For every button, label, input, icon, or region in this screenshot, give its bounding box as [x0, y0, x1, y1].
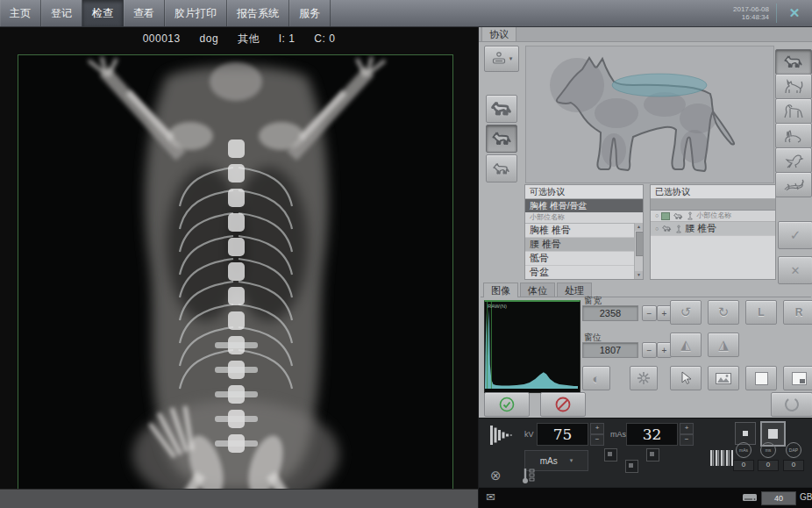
mas-minus-button[interactable]: − [680, 434, 694, 446]
anatomy-diagram[interactable] [525, 46, 774, 183]
scroll-up-icon[interactable]: ▲ [635, 223, 643, 231]
kv-plus-button[interactable]: + [590, 423, 604, 434]
menu-item-service[interactable]: 服务 [289, 0, 331, 26]
selected-protocol-row[interactable]: ○ 腰 椎骨 [651, 222, 775, 236]
menu-item-home[interactable]: 主页 [0, 0, 41, 26]
histogram-panel[interactable]: RAW(N) [484, 300, 581, 393]
mas-meter: mAs [736, 442, 751, 458]
refresh-circle-icon [784, 397, 800, 412]
region-head[interactable] [550, 58, 604, 112]
confirm-protocol-button[interactable]: ✓ [778, 221, 812, 249]
close-icon[interactable]: ✕ [777, 5, 812, 21]
dog-size-large-button[interactable] [486, 95, 517, 123]
image-preview-button[interactable] [708, 366, 739, 390]
flip-horizontal-icon: ◭ [680, 337, 691, 353]
save-region-icon [792, 372, 807, 385]
reset-button[interactable] [771, 392, 812, 417]
small-focus-icon [743, 431, 748, 436]
menu-item-register[interactable]: 登记 [41, 0, 82, 26]
available-protocols-category[interactable]: 胸椎 椎骨/骨盆 [525, 199, 643, 212]
region-spine-selected[interactable] [612, 74, 707, 97]
scroll-thumb[interactable] [636, 232, 644, 256]
invert-button[interactable]: ◐ [582, 366, 610, 390]
bird-icon [783, 152, 804, 169]
patient-table-button[interactable]: ▾ [484, 46, 519, 72]
datetime-display: 2017-06-08 16:48:34 [733, 5, 776, 21]
species-button-horse[interactable] [775, 98, 812, 124]
protocol-row-thoracic[interactable]: 胸椎 椎骨 [525, 224, 643, 238]
dog-size-small-button[interactable] [486, 154, 517, 182]
aec-field-center-button[interactable] [625, 460, 638, 473]
rotate-cw-icon: ↻ [718, 304, 730, 320]
menu-item-exam[interactable]: 检查 [82, 0, 124, 26]
c-count: C: 0 [314, 32, 335, 45]
mail-icon[interactable]: ✉ [486, 490, 495, 504]
caret-down-icon: ▾ [509, 55, 513, 62]
marker-left-button[interactable]: L [745, 300, 777, 325]
white-square-icon [755, 372, 768, 385]
species-button-rabbit[interactable] [775, 123, 812, 148]
effects-button[interactable] [630, 366, 658, 390]
selected-column-header: ○ 小部位名称 [651, 211, 775, 222]
storage-unit-label: GB [800, 492, 812, 502]
kv-minus-button[interactable]: − [590, 434, 604, 446]
species-button-dog[interactable] [775, 49, 812, 75]
tab-position[interactable]: 体位 [520, 283, 555, 297]
scroll-down-icon[interactable]: ▼ [635, 271, 643, 279]
save-region-button[interactable] [783, 366, 812, 390]
large-dog-icon [489, 101, 514, 117]
accept-image-button[interactable] [484, 392, 530, 417]
flip-vertical-icon: ◮ [718, 337, 729, 353]
available-protocols-list: 可选协议 胸椎 椎骨/骨盆 小部位名称 胸椎 椎骨 腰 椎骨 骶骨 骨盆 尾椎 … [524, 184, 644, 280]
xray-image [18, 55, 452, 489]
protocol-row-sacrum[interactable]: 骶骨 [525, 252, 643, 266]
small-focus-button[interactable] [735, 422, 756, 445]
reject-image-button[interactable] [540, 392, 586, 417]
barcode-icon[interactable] [710, 450, 733, 466]
region-hind-limb[interactable] [680, 130, 709, 163]
patient-id: 000013 [143, 32, 181, 45]
tab-image[interactable]: 图像 [483, 283, 518, 297]
region-front-limb[interactable] [602, 133, 626, 167]
species-button-bird[interactable] [775, 147, 812, 173]
region-hip[interactable] [680, 104, 716, 133]
species-button-reptile[interactable] [775, 172, 812, 197]
menu-item-film-print[interactable]: 胶片打印 [165, 0, 227, 26]
window-width-minus-button[interactable]: − [642, 305, 657, 321]
flip-vertical-button[interactable]: ◮ [708, 333, 739, 357]
xray-image-frame[interactable] [18, 54, 453, 490]
aec-field-right-button[interactable] [646, 448, 659, 461]
window-level-minus-button[interactable]: − [642, 342, 657, 358]
dap-meter-value: 0 [783, 460, 804, 471]
remove-protocol-button[interactable]: ✕ [778, 256, 812, 284]
pointer-tool-button[interactable] [670, 366, 702, 390]
dog-size-medium-button[interactable] [486, 125, 517, 153]
flip-horizontal-button[interactable]: ◭ [670, 333, 702, 357]
marker-right-button[interactable]: R [783, 300, 812, 325]
mas-label: mAs [610, 430, 626, 439]
protocol-tabstrip [479, 26, 812, 42]
mas-plus-button[interactable]: + [680, 423, 694, 434]
selected-protocols-title: 已选协议 [651, 185, 775, 199]
tab-protocol[interactable]: 协议 [481, 26, 516, 41]
small-dog-icon [491, 163, 512, 175]
histogram-label: RAW(N) [488, 304, 507, 309]
white-view-button[interactable] [745, 366, 777, 390]
rotate-ccw-button[interactable]: ↺ [670, 300, 702, 325]
list-scrollbar[interactable]: ▲ ▼ [634, 223, 643, 279]
control-panel: 协议 ▾ [478, 26, 812, 508]
picture-icon [716, 373, 731, 384]
menu-item-view[interactable]: 查看 [124, 0, 165, 26]
region-shoulder[interactable] [595, 98, 638, 128]
rabbit-icon [783, 127, 804, 145]
histogram-polygon [485, 309, 578, 389]
mas-meter-value: 0 [733, 460, 754, 471]
menu-item-report-system[interactable]: 报告系统 [227, 0, 289, 26]
aec-field-left-button[interactable] [604, 448, 617, 461]
protocol-row-pelvis[interactable]: 骨盆 [525, 266, 643, 280]
cat-icon [783, 78, 804, 96]
protocol-row-lumbar[interactable]: 腰 椎骨 [525, 238, 643, 252]
species-button-cat[interactable] [775, 74, 812, 99]
rotate-cw-button[interactable]: ↻ [708, 300, 739, 325]
kv-label: kV [524, 430, 534, 439]
